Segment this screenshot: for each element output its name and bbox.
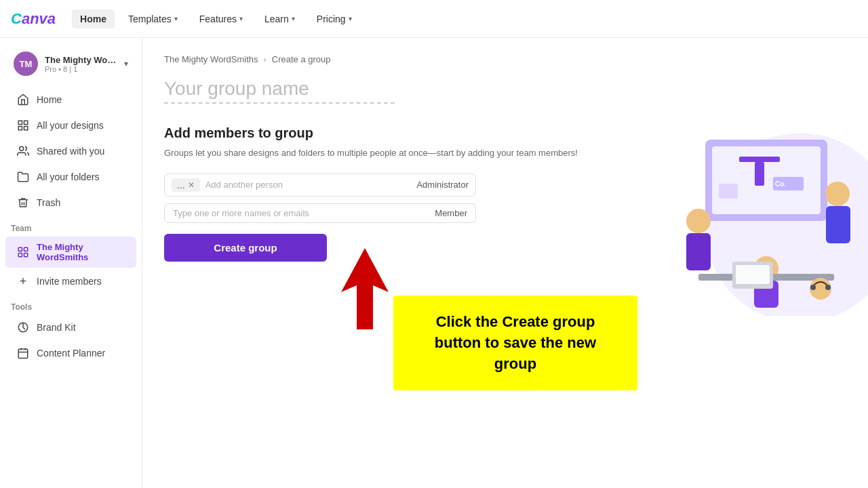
sidebar-label: Invite members xyxy=(37,276,102,287)
nav-features[interactable]: Features ▾ xyxy=(191,9,251,28)
sidebar-item-brand-kit[interactable]: Brand Kit xyxy=(5,315,136,340)
chevron-down-icon: ▾ xyxy=(349,15,352,22)
tooltip-box: Click the Create group button to save th… xyxy=(393,296,637,390)
svg-marker-14 xyxy=(341,248,389,329)
sidebar-label: Brand Kit xyxy=(37,322,76,333)
create-group-button[interactable]: Create group xyxy=(164,234,327,262)
chevron-down-icon: ▾ xyxy=(124,59,128,68)
workspace-name: The Mighty WordS... xyxy=(45,55,117,65)
sidebar-label: All your folders xyxy=(37,171,100,182)
svg-point-33 xyxy=(810,285,816,290)
sidebar-label: All your designs xyxy=(37,120,104,131)
svg-rect-8 xyxy=(24,253,28,257)
sidebar: TM The Mighty WordS... Pro • 8 | 1 ▾ Hom… xyxy=(0,38,142,488)
tooltip-text: Click the Create group button to save th… xyxy=(412,312,618,374)
breadcrumb-parent-link[interactable]: The Mighty WordSmiths xyxy=(164,54,258,64)
member-search-input[interactable] xyxy=(173,208,435,218)
svg-rect-2 xyxy=(18,127,22,130)
sidebar-label: The Mighty WordSmiths xyxy=(37,242,125,262)
svg-point-4 xyxy=(20,146,24,150)
sidebar-item-invite[interactable]: + Invite members xyxy=(5,269,136,293)
folder-icon xyxy=(16,170,30,184)
illustration: Co. xyxy=(665,58,868,316)
add-another-placeholder: Add another person xyxy=(205,180,412,190)
nav-learn[interactable]: Learn ▾ xyxy=(256,9,303,28)
nav-home[interactable]: Home xyxy=(72,9,115,28)
breadcrumb-separator: › xyxy=(263,54,266,64)
team-section-label: Team xyxy=(0,216,142,236)
svg-rect-6 xyxy=(24,247,28,251)
svg-rect-19 xyxy=(755,162,764,186)
member-chip-dots: ... xyxy=(177,180,185,190)
trash-icon xyxy=(16,196,30,209)
chevron-down-icon: ▾ xyxy=(292,15,295,22)
new-member-role-label: Member xyxy=(435,208,467,218)
people-icon xyxy=(16,144,30,158)
main-layout: TM The Mighty WordS... Pro • 8 | 1 ▾ Hom… xyxy=(0,38,868,488)
plus-icon: + xyxy=(16,274,30,288)
existing-member-row: ... ✕ Add another person Administrator xyxy=(164,174,476,197)
canva-logo[interactable]: Canva xyxy=(11,10,56,28)
svg-point-25 xyxy=(825,182,850,206)
sidebar-item-folders[interactable]: All your folders xyxy=(5,165,136,189)
svg-point-34 xyxy=(825,285,831,290)
svg-text:Co.: Co. xyxy=(775,180,786,188)
calendar-icon xyxy=(16,346,30,360)
grid-icon xyxy=(16,119,30,132)
workspace-meta: Pro • 8 | 1 xyxy=(45,65,117,73)
main-content: The Mighty WordSmiths › Create a group A… xyxy=(142,38,868,488)
svg-rect-31 xyxy=(736,265,770,284)
svg-rect-24 xyxy=(686,233,711,270)
home-icon xyxy=(16,93,30,106)
chevron-down-icon: ▾ xyxy=(239,15,243,22)
workspace-selector[interactable]: TM The Mighty WordS... Pro • 8 | 1 ▾ xyxy=(5,46,136,81)
svg-point-23 xyxy=(686,209,711,233)
sidebar-label: Content Planner xyxy=(37,348,105,359)
sidebar-label: Home xyxy=(37,94,62,105)
chevron-down-icon: ▾ xyxy=(174,15,178,22)
svg-rect-5 xyxy=(18,247,22,251)
svg-rect-0 xyxy=(18,121,22,124)
member-role-label: Administrator xyxy=(416,180,469,190)
svg-rect-26 xyxy=(826,206,850,243)
sidebar-item-all-designs[interactable]: All your designs xyxy=(5,113,136,138)
avatar: TM xyxy=(14,52,38,76)
new-member-row: Member xyxy=(164,203,476,223)
remove-member-icon[interactable]: ✕ xyxy=(188,180,195,190)
sidebar-item-shared[interactable]: Shared with you xyxy=(5,139,136,163)
svg-rect-1 xyxy=(24,121,28,124)
nav-templates[interactable]: Templates ▾ xyxy=(120,9,186,28)
team-icon xyxy=(16,245,30,259)
sidebar-item-home[interactable]: Home xyxy=(5,87,136,112)
red-arrow-icon xyxy=(338,248,392,329)
svg-rect-18 xyxy=(739,157,780,162)
svg-rect-7 xyxy=(18,253,22,257)
sidebar-label: Shared with you xyxy=(37,146,104,157)
nav-pricing[interactable]: Pricing ▾ xyxy=(309,9,360,28)
group-name-input[interactable] xyxy=(164,75,395,104)
top-nav: Canva Home Templates ▾ Features ▾ Learn … xyxy=(0,0,868,38)
svg-rect-10 xyxy=(18,349,28,359)
svg-rect-22 xyxy=(719,184,738,199)
member-chip: ... ✕ xyxy=(172,178,200,192)
sidebar-item-content-planner[interactable]: Content Planner xyxy=(5,341,136,365)
sidebar-item-team[interactable]: The Mighty WordSmiths xyxy=(5,237,136,268)
svg-rect-3 xyxy=(24,127,28,130)
sidebar-item-trash[interactable]: Trash xyxy=(5,190,136,215)
breadcrumb-current: Create a group xyxy=(272,54,331,64)
sidebar-label: Trash xyxy=(37,197,60,208)
brand-icon xyxy=(16,321,30,334)
tools-section-label: Tools xyxy=(0,294,142,314)
